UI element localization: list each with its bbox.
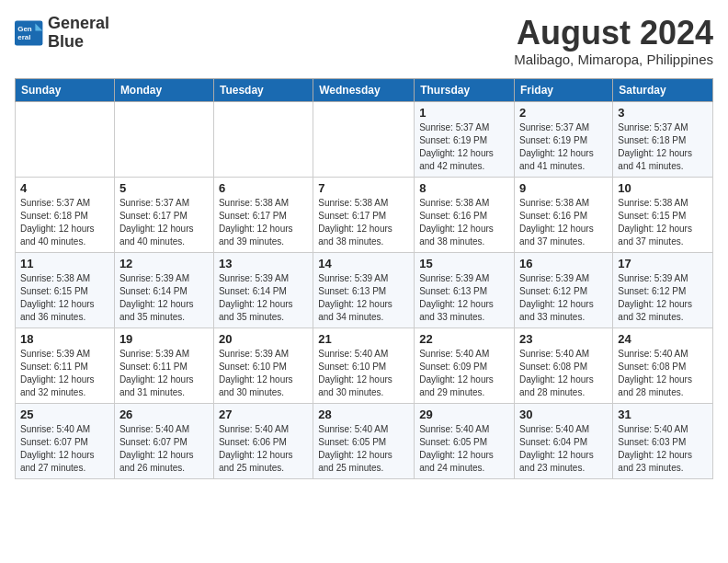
day-number: 15 xyxy=(419,257,509,270)
day-number: 27 xyxy=(219,408,308,421)
header-saturday: Saturday xyxy=(613,78,713,101)
svg-text:eral: eral xyxy=(17,33,30,41)
day-info: Sunrise: 5:37 AM Sunset: 6:19 PM Dayligh… xyxy=(419,121,509,173)
day-info: Sunrise: 5:40 AM Sunset: 6:08 PM Dayligh… xyxy=(519,348,608,399)
calendar-cell: 5Sunrise: 5:37 AM Sunset: 6:17 PM Daylig… xyxy=(114,177,213,252)
day-info: Sunrise: 5:40 AM Sunset: 6:08 PM Dayligh… xyxy=(618,348,708,399)
day-info: Sunrise: 5:39 AM Sunset: 6:14 PM Dayligh… xyxy=(119,272,209,324)
day-info: Sunrise: 5:39 AM Sunset: 6:12 PM Dayligh… xyxy=(519,272,608,324)
day-info: Sunrise: 5:37 AM Sunset: 6:19 PM Dayligh… xyxy=(519,121,608,173)
day-number: 4 xyxy=(20,181,109,195)
calendar-cell: 17Sunrise: 5:39 AM Sunset: 6:12 PM Dayli… xyxy=(613,252,713,327)
calendar-cell: 10Sunrise: 5:38 AM Sunset: 6:15 PM Dayli… xyxy=(613,177,713,252)
day-number: 11 xyxy=(20,257,109,270)
day-number: 30 xyxy=(519,408,608,421)
day-info: Sunrise: 5:40 AM Sunset: 6:07 PM Dayligh… xyxy=(20,423,109,475)
day-number: 23 xyxy=(519,332,608,346)
day-info: Sunrise: 5:39 AM Sunset: 6:10 PM Dayligh… xyxy=(219,348,308,399)
svg-text:Gen: Gen xyxy=(17,24,32,32)
location: Malibago, Mimaropa, Philippines xyxy=(514,52,713,67)
day-info: Sunrise: 5:38 AM Sunset: 6:17 PM Dayligh… xyxy=(318,197,409,248)
calendar-cell: 12Sunrise: 5:39 AM Sunset: 6:14 PM Dayli… xyxy=(114,252,213,327)
calendar-cell: 28Sunrise: 5:40 AM Sunset: 6:05 PM Dayli… xyxy=(313,403,415,478)
calendar-cell: 15Sunrise: 5:39 AM Sunset: 6:13 PM Dayli… xyxy=(415,252,515,327)
header-thursday: Thursday xyxy=(415,78,515,101)
day-number: 14 xyxy=(318,257,409,270)
calendar-cell: 26Sunrise: 5:40 AM Sunset: 6:07 PM Dayli… xyxy=(114,403,213,478)
logo-icon: Gen eral xyxy=(15,20,44,46)
day-number: 6 xyxy=(219,181,308,195)
calendar-cell: 8Sunrise: 5:38 AM Sunset: 6:16 PM Daylig… xyxy=(415,177,515,252)
day-number: 9 xyxy=(519,181,608,195)
week-row-1: 1Sunrise: 5:37 AM Sunset: 6:19 PM Daylig… xyxy=(16,101,713,177)
day-info: Sunrise: 5:40 AM Sunset: 6:10 PM Dayligh… xyxy=(318,348,409,399)
day-info: Sunrise: 5:40 AM Sunset: 6:06 PM Dayligh… xyxy=(219,423,308,475)
calendar-cell: 25Sunrise: 5:40 AM Sunset: 6:07 PM Dayli… xyxy=(16,403,115,478)
calendar-cell xyxy=(114,101,213,177)
day-info: Sunrise: 5:38 AM Sunset: 6:17 PM Dayligh… xyxy=(219,197,308,248)
calendar-cell: 6Sunrise: 5:38 AM Sunset: 6:17 PM Daylig… xyxy=(213,177,313,252)
day-info: Sunrise: 5:38 AM Sunset: 6:15 PM Dayligh… xyxy=(618,197,708,248)
calendar-cell: 22Sunrise: 5:40 AM Sunset: 6:09 PM Dayli… xyxy=(415,327,515,403)
day-number: 13 xyxy=(219,257,308,270)
calendar-cell: 29Sunrise: 5:40 AM Sunset: 6:05 PM Dayli… xyxy=(415,403,515,478)
day-number: 8 xyxy=(419,181,509,195)
calendar-cell: 24Sunrise: 5:40 AM Sunset: 6:08 PM Dayli… xyxy=(613,327,713,403)
title-block: August 2024 Malibago, Mimaropa, Philippi… xyxy=(514,15,713,67)
day-number: 24 xyxy=(618,332,708,346)
day-number: 18 xyxy=(20,332,109,346)
calendar-cell: 18Sunrise: 5:39 AM Sunset: 6:11 PM Dayli… xyxy=(16,327,115,403)
header-row: SundayMondayTuesdayWednesdayThursdayFrid… xyxy=(16,78,713,101)
calendar-cell: 23Sunrise: 5:40 AM Sunset: 6:08 PM Dayli… xyxy=(515,327,613,403)
calendar-cell: 9Sunrise: 5:38 AM Sunset: 6:16 PM Daylig… xyxy=(515,177,613,252)
week-row-5: 25Sunrise: 5:40 AM Sunset: 6:07 PM Dayli… xyxy=(16,403,713,478)
day-info: Sunrise: 5:40 AM Sunset: 6:03 PM Dayligh… xyxy=(618,423,708,475)
day-info: Sunrise: 5:38 AM Sunset: 6:16 PM Dayligh… xyxy=(419,197,509,248)
day-number: 26 xyxy=(119,408,209,421)
day-info: Sunrise: 5:40 AM Sunset: 6:05 PM Dayligh… xyxy=(419,423,509,475)
calendar-cell: 16Sunrise: 5:39 AM Sunset: 6:12 PM Dayli… xyxy=(515,252,613,327)
calendar-cell xyxy=(213,101,313,177)
header-sunday: Sunday xyxy=(16,78,115,101)
day-number: 16 xyxy=(519,257,608,270)
day-number: 21 xyxy=(318,332,409,346)
header-friday: Friday xyxy=(515,78,613,101)
day-info: Sunrise: 5:40 AM Sunset: 6:09 PM Dayligh… xyxy=(419,348,509,399)
calendar-cell: 2Sunrise: 5:37 AM Sunset: 6:19 PM Daylig… xyxy=(515,101,613,177)
day-number: 25 xyxy=(20,408,109,421)
calendar-cell: 3Sunrise: 5:37 AM Sunset: 6:18 PM Daylig… xyxy=(613,101,713,177)
week-row-4: 18Sunrise: 5:39 AM Sunset: 6:11 PM Dayli… xyxy=(16,327,713,403)
calendar-cell: 14Sunrise: 5:39 AM Sunset: 6:13 PM Dayli… xyxy=(313,252,415,327)
day-number: 5 xyxy=(119,181,209,195)
day-number: 29 xyxy=(419,408,509,421)
page-header: Gen eral General Blue August 2024 Maliba… xyxy=(15,15,713,67)
day-info: Sunrise: 5:38 AM Sunset: 6:16 PM Dayligh… xyxy=(519,197,608,248)
day-info: Sunrise: 5:39 AM Sunset: 6:11 PM Dayligh… xyxy=(20,348,109,399)
calendar-cell: 21Sunrise: 5:40 AM Sunset: 6:10 PM Dayli… xyxy=(313,327,415,403)
day-number: 1 xyxy=(419,106,509,120)
day-number: 28 xyxy=(318,408,409,421)
week-row-3: 11Sunrise: 5:38 AM Sunset: 6:15 PM Dayli… xyxy=(16,252,713,327)
day-info: Sunrise: 5:39 AM Sunset: 6:11 PM Dayligh… xyxy=(119,348,209,399)
calendar-cell: 31Sunrise: 5:40 AM Sunset: 6:03 PM Dayli… xyxy=(613,403,713,478)
day-number: 19 xyxy=(119,332,209,346)
calendar-cell: 4Sunrise: 5:37 AM Sunset: 6:18 PM Daylig… xyxy=(16,177,115,252)
day-number: 2 xyxy=(519,106,608,120)
calendar-cell xyxy=(16,101,115,177)
day-number: 12 xyxy=(119,257,209,270)
logo: Gen eral General Blue xyxy=(15,15,109,52)
header-tuesday: Tuesday xyxy=(213,78,313,101)
day-info: Sunrise: 5:39 AM Sunset: 6:13 PM Dayligh… xyxy=(318,272,409,324)
calendar-cell xyxy=(313,101,415,177)
day-number: 22 xyxy=(419,332,509,346)
calendar-cell: 19Sunrise: 5:39 AM Sunset: 6:11 PM Dayli… xyxy=(114,327,213,403)
day-info: Sunrise: 5:39 AM Sunset: 6:12 PM Dayligh… xyxy=(618,272,708,324)
day-info: Sunrise: 5:37 AM Sunset: 6:18 PM Dayligh… xyxy=(20,197,109,248)
logo-text: General Blue xyxy=(48,15,109,52)
calendar-table: SundayMondayTuesdayWednesdayThursdayFrid… xyxy=(15,78,713,479)
calendar-cell: 11Sunrise: 5:38 AM Sunset: 6:15 PM Dayli… xyxy=(16,252,115,327)
day-number: 20 xyxy=(219,332,308,346)
day-info: Sunrise: 5:40 AM Sunset: 6:05 PM Dayligh… xyxy=(318,423,409,475)
calendar-cell: 27Sunrise: 5:40 AM Sunset: 6:06 PM Dayli… xyxy=(213,403,313,478)
week-row-2: 4Sunrise: 5:37 AM Sunset: 6:18 PM Daylig… xyxy=(16,177,713,252)
